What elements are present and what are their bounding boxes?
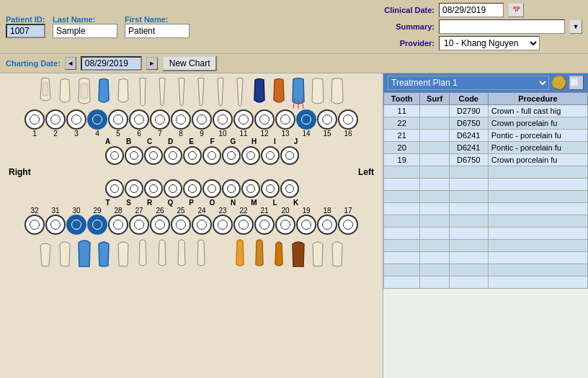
num-16: 16	[338, 130, 358, 138]
circle-5[interactable]	[108, 109, 128, 130]
cell-code: D2790	[449, 105, 488, 117]
upper-teeth-images	[3, 77, 380, 109]
empty-table-row	[384, 276, 588, 289]
charting-date-label: Charting Date:	[6, 59, 61, 68]
prim-circle-b[interactable]	[125, 146, 143, 165]
circle-16[interactable]	[338, 109, 358, 130]
lower-circle-17[interactable]	[338, 215, 358, 235]
circle-8[interactable]	[171, 109, 191, 130]
first-name-input[interactable]	[125, 24, 190, 38]
patient-id-input[interactable]	[6, 24, 45, 38]
circle-6[interactable]	[129, 109, 149, 130]
lower-circle-18[interactable]	[317, 215, 337, 235]
summary-input[interactable]	[439, 19, 565, 34]
lower-circle-32[interactable]	[24, 215, 45, 235]
prim-circle-k[interactable]	[280, 179, 299, 198]
clinical-date-input[interactable]	[439, 3, 504, 17]
circle-4[interactable]	[87, 109, 107, 130]
right-panel: Treatment Plan 1 ▦ Tooth Surf Code Proce…	[383, 73, 588, 378]
calendar-button[interactable]: 📅	[508, 3, 524, 17]
circle-9[interactable]	[192, 109, 212, 130]
prim-circle-t[interactable]	[105, 179, 124, 198]
prim-circle-f[interactable]	[202, 146, 221, 165]
prim-circle-c[interactable]	[144, 146, 163, 165]
tooth-28-lower-img	[114, 235, 133, 267]
prim-circle-p[interactable]	[183, 179, 202, 198]
circle-1[interactable]	[24, 109, 45, 130]
tooth-1-upper-img	[36, 77, 55, 109]
prev-date-btn[interactable]: ◄	[65, 57, 76, 70]
charting-date-input[interactable]	[81, 56, 142, 71]
treatment-plan-bar: Treatment Plan 1 ▦	[383, 73, 588, 92]
next-date-btn[interactable]: ►	[146, 57, 158, 70]
table-row[interactable]: 20 D6241 Pontic - porcelain fu	[384, 142, 588, 154]
circle-10[interactable]	[213, 109, 233, 130]
last-name-input[interactable]	[53, 24, 117, 38]
lower-circle-23[interactable]	[213, 215, 233, 235]
lower-circle-19[interactable]	[296, 215, 316, 235]
prim-circle-g[interactable]	[222, 146, 241, 165]
lower-circle-24[interactable]	[192, 215, 212, 235]
lower-circles-row	[3, 215, 380, 235]
circle-2[interactable]	[45, 109, 66, 130]
num-12: 12	[254, 130, 275, 138]
table-row[interactable]: 11 D2790 Crown - full cast hig	[384, 105, 588, 117]
dental-chart-area: 1 2 3 4 5 6 7 8 9 10 11 12 13 14 15 16 A…	[0, 73, 383, 378]
num-25: 25	[171, 207, 191, 215]
prim-circle-q[interactable]	[164, 179, 182, 198]
circle-12[interactable]	[254, 109, 275, 130]
primary-upper-circles	[3, 146, 380, 165]
lower-circle-25[interactable]	[171, 215, 191, 235]
prim-circle-n[interactable]	[222, 179, 241, 198]
lower-circle-22[interactable]	[233, 215, 254, 235]
lower-numbers-row: 32 31 30 29 28 27 26 25 24 23 22 21 20 1…	[3, 207, 380, 215]
prim-circle-r[interactable]	[144, 179, 163, 198]
circle-14[interactable]	[296, 109, 316, 130]
lower-circle-28[interactable]	[108, 215, 128, 235]
prim-circle-l[interactable]	[261, 179, 280, 198]
cell-surf	[420, 154, 449, 166]
prim-circle-s[interactable]	[125, 179, 143, 198]
provider-select[interactable]: 10 - Khang Nguyen	[439, 36, 540, 50]
prim-circle-o[interactable]	[202, 179, 221, 198]
circle-13[interactable]	[275, 109, 295, 130]
table-row[interactable]: 22 D6750 Crown porcelain fu	[384, 117, 588, 130]
num-15: 15	[317, 130, 337, 138]
prim-circle-e[interactable]	[183, 146, 202, 165]
lower-circle-26[interactable]	[150, 215, 170, 235]
patient-id-label: Patient ID:	[6, 15, 45, 24]
tooth-2-upper-img	[55, 77, 74, 109]
cell-code: D6241	[449, 142, 488, 154]
circle-7[interactable]	[150, 109, 170, 130]
tp-view-button[interactable]: ▦	[569, 76, 584, 90]
lower-circle-21[interactable]	[254, 215, 275, 235]
circle-3[interactable]	[66, 109, 86, 130]
num-8: 8	[171, 130, 191, 138]
letter-i: I	[265, 138, 285, 145]
tp-gold-button[interactable]	[552, 76, 566, 90]
table-row[interactable]: 19 D6750 Crown porcelain fu	[384, 154, 588, 166]
lower-circle-30[interactable]	[66, 215, 86, 235]
circle-11[interactable]	[233, 109, 254, 130]
prim-circle-m[interactable]	[241, 179, 260, 198]
last-name-label: Last Name:	[53, 15, 117, 24]
prim-circle-i[interactable]	[261, 146, 280, 165]
table-row[interactable]: 21 D6241 Pontic - porcelain fu	[384, 130, 588, 142]
letter-q: Q	[161, 199, 181, 207]
lower-circle-27[interactable]	[129, 215, 149, 235]
lower-letters-row: T S R Q P O N M L K	[3, 199, 380, 207]
empty-table-row	[384, 228, 588, 240]
summary-dropdown-btn[interactable]: ▼	[569, 19, 582, 34]
treatment-plan-select[interactable]: Treatment Plan 1	[388, 76, 549, 90]
prim-circle-j[interactable]	[280, 146, 299, 165]
num-9: 9	[192, 130, 212, 138]
tooth-16-upper-img	[328, 77, 347, 109]
lower-circle-20[interactable]	[275, 215, 295, 235]
circle-15[interactable]	[317, 109, 337, 130]
lower-circle-31[interactable]	[45, 215, 66, 235]
prim-circle-h[interactable]	[241, 146, 260, 165]
lower-circle-29[interactable]	[87, 215, 107, 235]
new-chart-button[interactable]: New Chart	[162, 55, 218, 71]
prim-circle-a[interactable]	[105, 146, 124, 165]
prim-circle-d[interactable]	[164, 146, 182, 165]
